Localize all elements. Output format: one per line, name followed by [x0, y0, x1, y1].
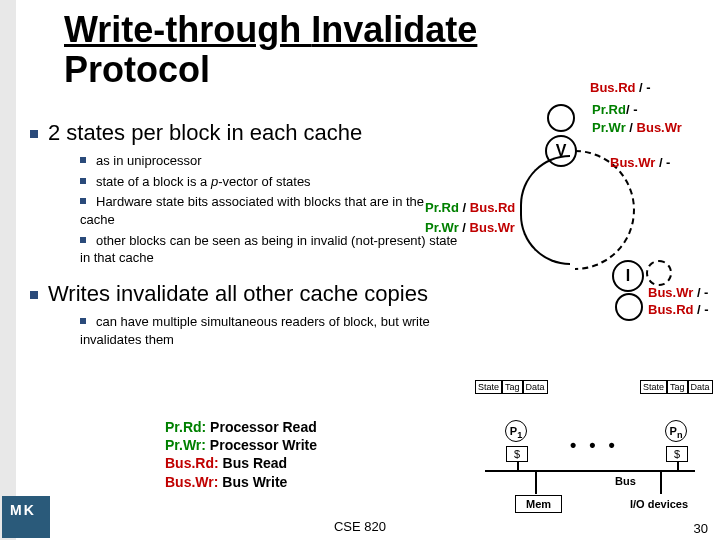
bus-label: Bus	[615, 475, 636, 487]
bullet-icon	[80, 237, 86, 243]
proc-1: P1	[505, 420, 527, 442]
io-label: I/O devices	[630, 498, 688, 510]
sublist-2: can have multiple simultaneous readers o…	[80, 313, 460, 348]
sub-3: Hardware state bits associated with bloc…	[80, 194, 424, 227]
sub-1: as in uniprocessor	[96, 153, 202, 168]
wire2	[677, 462, 679, 472]
legend-prrd-b: Processor Read	[206, 419, 317, 435]
content-area: 2 states per block in each cache as in u…	[30, 120, 460, 358]
legend-prwr-a: Pr.Wr:	[165, 437, 206, 453]
bullet-icon	[80, 157, 86, 163]
cache-hdr-right: StateTagData	[640, 380, 713, 394]
cache-hdr-left: StateTagData	[475, 380, 548, 394]
arc-i-to-v	[520, 155, 570, 265]
legend-prrd-a: Pr.Rd:	[165, 419, 206, 435]
legend-buswr-a: Bus.Wr:	[165, 474, 218, 490]
bullet-icon	[30, 130, 38, 138]
lbl-v-prrd: Pr.Rd/ -	[592, 102, 638, 117]
state-diagram: V I Bus.Rd / - Pr.Rd/ - Pr.Wr / Bus.Wr B…	[460, 80, 720, 340]
self-loop-i	[615, 293, 643, 321]
bullet-icon	[80, 178, 86, 184]
lbl-mid-prwr: Pr.Wr / Bus.Wr	[425, 220, 515, 235]
legend-busrd-a: Bus.Rd:	[165, 455, 219, 471]
slide-title: Write-through Invalidate Protocol	[64, 10, 684, 89]
proc-n: Pn	[665, 420, 687, 442]
bullet-icon	[30, 291, 38, 299]
legend-busrd-b: Bus Read	[219, 455, 287, 471]
sublist-1: as in uniprocessor state of a block is a…	[80, 152, 460, 266]
state-i-node: I	[612, 260, 644, 292]
lbl-v-buswr: Bus.Wr / -	[610, 155, 670, 170]
slide-number: 30	[694, 521, 708, 536]
title-word2: Invalidate	[311, 9, 477, 50]
wire4	[660, 472, 662, 494]
mem-box: Mem	[515, 495, 562, 513]
legend-prwr-b: Processor Write	[206, 437, 317, 453]
wire3	[535, 472, 537, 494]
main2-text: Writes invalidate all other cache copies	[48, 281, 428, 306]
title-word1: Write-through	[64, 9, 311, 50]
legend-box: Pr.Rd: Processor Read Pr.Wr: Processor W…	[165, 418, 317, 491]
lbl-top: Bus.Rd / -	[590, 80, 651, 95]
left-accent-bar	[0, 0, 16, 540]
lbl-i-busrd: Bus.Rd / -	[648, 302, 709, 317]
lbl-i-buswr: Bus.Wr / -	[648, 285, 708, 300]
legend-buswr-b: Bus Write	[218, 474, 287, 490]
bullet-icon	[80, 198, 86, 204]
self-loop-v	[547, 104, 575, 132]
footer-course: CSE 820	[0, 519, 720, 534]
main1-text: 2 states per block in each cache	[48, 120, 362, 145]
lbl-v-prwr: Pr.Wr / Bus.Wr	[592, 120, 682, 135]
lbl-mid-prrd: Pr.Rd / Bus.Rd	[425, 200, 515, 215]
bullet-main-2: Writes invalidate all other cache copies	[30, 281, 460, 307]
wire1	[517, 462, 519, 472]
sub-2: state of a block is a p-vector of states	[96, 174, 311, 189]
sub2-1: can have multiple simultaneous readers o…	[80, 314, 430, 347]
self-loop-i-dashed	[646, 260, 672, 286]
dots: • • •	[570, 435, 619, 456]
bullet-icon	[80, 318, 86, 324]
cache-n: $	[666, 446, 688, 462]
sub-4: other blocks can be seen as being in inv…	[80, 233, 457, 266]
cache-1: $	[506, 446, 528, 462]
bullet-main-1: 2 states per block in each cache	[30, 120, 460, 146]
